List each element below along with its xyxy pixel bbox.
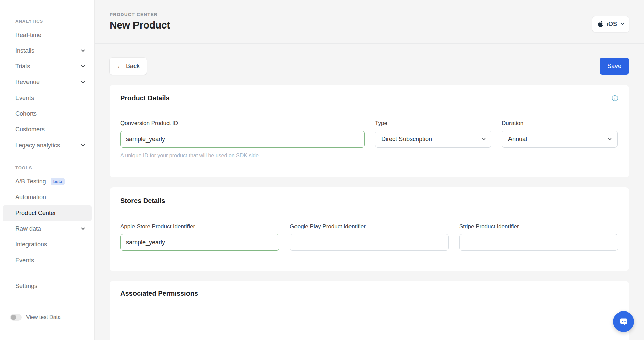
sidebar-item-label: Trials <box>15 63 30 70</box>
back-button-label: Back <box>126 63 140 70</box>
sidebar-item-installs[interactable]: Installs <box>0 43 94 59</box>
back-button[interactable]: ← Back <box>110 58 147 75</box>
view-test-data-row: View test Data <box>10 314 94 321</box>
chevron-down-icon <box>81 226 85 230</box>
sidebar-item-label: Real-time <box>15 32 41 39</box>
sidebar-item-customers[interactable]: Customers <box>0 122 94 137</box>
sidebar-item-label: Events <box>15 257 34 264</box>
apple-icon <box>598 21 603 27</box>
duration-select-value: Annual <box>508 136 527 143</box>
chevron-down-icon <box>81 143 85 146</box>
sidebar-item-integrations[interactable]: Integrations <box>0 237 94 252</box>
save-button[interactable]: Save <box>600 58 629 75</box>
sidebar-item-label: Raw data <box>15 225 41 232</box>
toggle-knob <box>11 315 16 320</box>
stores-details-card: Stores Details Apple Store Product Ident… <box>110 187 629 271</box>
sidebar-item-label: Product Center <box>15 210 56 217</box>
apple-store-identifier-input[interactable] <box>120 234 279 251</box>
sidebar-item-legacy-analytics[interactable]: Legacy analytics <box>0 137 94 153</box>
sidebar-item-events[interactable]: Events <box>0 90 94 106</box>
sidebar-item-cohorts[interactable]: Cohorts <box>0 106 94 122</box>
type-field: Type Direct Subscription <box>375 120 491 159</box>
product-details-card: Product Details Qonversion Product ID A … <box>110 85 629 177</box>
stripe-label: Stripe Product Identifier <box>459 223 618 230</box>
google-play-label: Google Play Product Identifier <box>290 223 449 230</box>
product-id-helper-text: A unique ID for your product that will b… <box>120 153 365 159</box>
breadcrumb: PRODUCT CENTER <box>110 12 629 17</box>
apple-store-field: Apple Store Product Identifier <box>120 223 279 251</box>
sidebar-item-trials[interactable]: Trials <box>0 59 94 74</box>
product-id-label: Qonversion Product ID <box>120 120 365 127</box>
chevron-down-icon <box>608 137 612 140</box>
duration-field: Duration Annual <box>502 120 618 159</box>
sidebar-item-ab-testing[interactable]: A/B Testing beta <box>0 174 94 189</box>
duration-label: Duration <box>502 120 618 127</box>
beta-badge: beta <box>51 178 65 185</box>
google-play-identifier-input[interactable] <box>290 234 449 251</box>
stores-details-title: Stores Details <box>120 197 618 205</box>
sidebar-item-label: Settings <box>15 283 37 290</box>
arrow-left-icon: ← <box>117 63 123 70</box>
chevron-down-icon <box>621 22 624 25</box>
chat-launcher-button[interactable] <box>613 311 634 332</box>
info-icon[interactable] <box>612 95 618 103</box>
google-play-field: Google Play Product Identifier <box>290 223 449 251</box>
sidebar-item-revenue[interactable]: Revenue <box>0 74 94 90</box>
toolbar: ← Back Save <box>110 58 629 75</box>
page-title: New Product <box>110 19 629 31</box>
chevron-down-icon <box>482 137 486 140</box>
stripe-identifier-input[interactable] <box>459 234 618 251</box>
duration-select[interactable]: Annual <box>502 131 618 148</box>
sidebar-section-analytics: ANALYTICS <box>15 19 94 24</box>
qonversion-product-id-input[interactable] <box>120 131 365 148</box>
sidebar-item-label: Automation <box>15 194 46 201</box>
sidebar-section-tools: TOOLS <box>15 165 94 170</box>
sidebar-item-real-time[interactable]: Real-time <box>0 27 94 43</box>
type-select[interactable]: Direct Subscription <box>375 131 491 148</box>
type-select-value: Direct Subscription <box>381 136 432 143</box>
sidebar-item-settings[interactable]: Settings <box>0 278 94 294</box>
sidebar-item-raw-data[interactable]: Raw data <box>0 221 94 237</box>
associated-permissions-title: Associated Permissions <box>120 290 618 297</box>
sidebar-item-label: Legacy analytics <box>15 142 60 149</box>
view-test-data-toggle[interactable] <box>10 314 22 321</box>
stripe-field: Stripe Product Identifier <box>459 223 618 251</box>
platform-label: iOS <box>607 21 617 28</box>
sidebar-item-events-tools[interactable]: Events <box>0 252 94 268</box>
associated-permissions-card: Associated Permissions <box>110 281 629 340</box>
chat-bubble-icon <box>618 316 629 327</box>
platform-selector-button[interactable]: iOS <box>592 16 629 32</box>
sidebar-item-label: Revenue <box>15 79 40 86</box>
chevron-down-icon <box>81 79 85 83</box>
sidebar-item-label: Cohorts <box>15 110 37 117</box>
view-test-data-label: View test Data <box>26 314 61 320</box>
sidebar-item-label: Events <box>15 95 34 102</box>
sidebar-item-product-center[interactable]: Product Center <box>3 205 92 221</box>
chevron-down-icon <box>81 64 85 67</box>
type-label: Type <box>375 120 491 127</box>
sidebar-item-automation[interactable]: Automation <box>0 189 94 205</box>
apple-store-label: Apple Store Product Identifier <box>120 223 279 230</box>
sidebar-item-label: Customers <box>15 126 45 133</box>
header-divider <box>95 43 644 44</box>
product-details-title: Product Details <box>120 94 170 102</box>
chevron-down-icon <box>81 48 85 52</box>
sidebar-item-label: Integrations <box>15 241 47 248</box>
sidebar-item-label: Installs <box>15 47 34 54</box>
main-content: PRODUCT CENTER New Product iOS ← Back Sa… <box>95 0 644 340</box>
sidebar: ANALYTICS Real-time Installs Trials Reve… <box>0 0 95 340</box>
sidebar-item-label: A/B Testing <box>15 178 46 185</box>
product-id-field: Qonversion Product ID A unique ID for yo… <box>120 120 365 159</box>
